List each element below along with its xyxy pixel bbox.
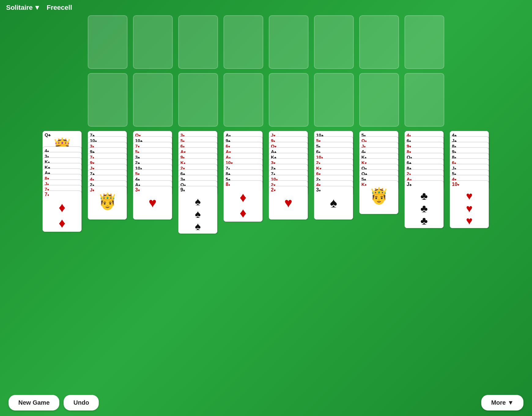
foundation-slot-1[interactable] — [88, 73, 127, 127]
column-8: 4♦ 6♠ 9♥ 8♥ Q♠ 6♣ 8♣ 2♦ A♦ J♣ ♣♣♣ — [405, 131, 444, 234]
column-9: 4♣ J♣ 8♠ 9♠ 8♠ 6♦ J♠ 5♠ 4♥ 10♥ ♥♥♥ — [450, 131, 490, 234]
card-columns: Q♣ 👸 4♠ 3♠ K♠ K♣ A♣ 8♥ J♦ 7♥ 7♦ — [6, 131, 526, 234]
column-0: Q♣ 👸 4♠ 3♠ K♠ K♣ A♣ 8♥ J♦ 7♥ 7♦ — [42, 131, 82, 234]
foundation-slot-4[interactable] — [224, 73, 263, 127]
card[interactable]: 9♠ ♠♠♠ — [178, 186, 217, 234]
undo-button[interactable]: Undo — [64, 395, 99, 410]
card[interactable]: 7♦ ♦♦ — [42, 191, 82, 232]
column-7: 5♠ Q♦ J♦ 4♠ K♠ K♥ Q♠ Q♣ 5♣ K♦ 🤴 — [359, 131, 399, 234]
bottom-left-buttons: New Game Undo — [9, 395, 99, 410]
card[interactable]: 3♠ ♠ — [314, 186, 353, 220]
more-label: More — [491, 399, 506, 406]
card[interactable]: J♣ ♣♣♣ — [405, 180, 444, 228]
top-slots-row-1 — [6, 15, 526, 69]
freecell-slot-7[interactable] — [359, 15, 399, 69]
column-3: 3♦ 5♦ 6♦ A♥ 9♦ K♦ 2♥ 6♣ 3♣ Q♠ 9♠ — [178, 131, 218, 234]
card[interactable]: 8♦ ♦♦ — [224, 180, 263, 222]
bottom-bar: New Game Undo More ▼ — [0, 389, 532, 416]
card[interactable]: 10♥ ♥♥♥ — [450, 180, 489, 228]
card[interactable]: 2♥ ♥ — [269, 186, 308, 220]
freecell-slot-8[interactable] — [405, 15, 444, 69]
card[interactable]: 3♥ ♥ — [133, 186, 172, 220]
header: Solitaire ▼ Freecell — [0, 0, 532, 15]
title-arrow: ▼ — [34, 4, 41, 12]
column-1: 7♣ 10♠ 3♦ 9♣ 7♦ 9♥ J♥ 7♣ 4♦ 2♠ J♦ — [88, 131, 127, 234]
freecell-slot-6[interactable] — [314, 15, 354, 69]
freecell-slot-3[interactable] — [178, 15, 218, 69]
foundation-slot-2[interactable] — [133, 73, 173, 127]
foundation-slot-6[interactable] — [314, 73, 354, 127]
foundation-slot-5[interactable] — [269, 73, 308, 127]
card[interactable]: J♦ 🤴 — [88, 186, 127, 220]
more-arrow: ▼ — [508, 399, 514, 406]
new-game-button[interactable]: New Game — [9, 395, 59, 410]
foundation-slot-8[interactable] — [405, 73, 444, 127]
column-4: A♠ 9♣ 6♥ A♥ A♦ 10♥ 7♠ 8♣ 5♣ 8♦ ♦♦ — [224, 131, 263, 234]
column-2: Q♥ 10♣ 7♥ 5♦ 3♣ 2♣ 10♠ 5♥ 4♣ A♠ 3♥ — [133, 131, 173, 234]
column-5: J♥ 9♦ Q♥ A♣ K♣ 3♥ 2♣ 7♠ 10♦ 2♥ 2♥ — [269, 131, 308, 234]
freecell-slot-2[interactable] — [133, 15, 173, 69]
game-name: Freecell — [47, 4, 72, 12]
column-6: 10♣ 5♥ 5♠ 6♠ 10♦ 2♦ K♥ 6♥ 2♠ 4♥ 3♠ — [314, 131, 354, 234]
solitaire-menu[interactable]: Solitaire ▼ — [6, 4, 41, 12]
top-slots-row-2 — [6, 73, 526, 127]
card[interactable]: K♦ 🤴 — [359, 180, 398, 214]
solitaire-title: Solitaire — [6, 4, 33, 12]
freecell-slot-4[interactable] — [224, 15, 263, 69]
freecell-slot-5[interactable] — [269, 15, 308, 69]
more-button[interactable]: More ▼ — [481, 395, 523, 410]
foundation-slot-3[interactable] — [178, 73, 218, 127]
foundation-slot-7[interactable] — [359, 73, 399, 127]
game-area: Q♣ 👸 4♠ 3♠ K♠ K♣ A♣ 8♥ J♦ 7♥ 7♦ — [0, 15, 532, 234]
freecell-slot-1[interactable] — [88, 15, 127, 69]
